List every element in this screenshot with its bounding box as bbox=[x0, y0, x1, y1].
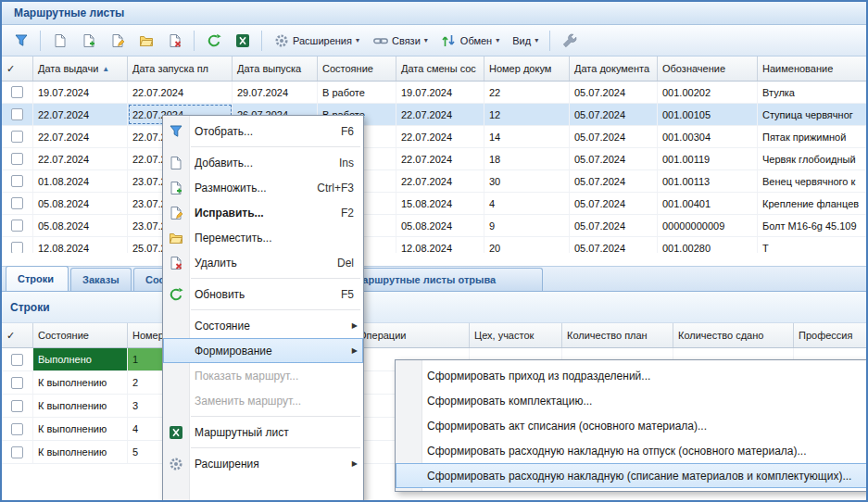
toolbar-duplicate-button[interactable] bbox=[75, 29, 102, 53]
table-row[interactable]: 19.07.202422.07.202429.07.2024В работе19… bbox=[2, 82, 866, 104]
menu-item-label: Переместить... bbox=[195, 232, 272, 245]
column-header[interactable]: Дата документа bbox=[570, 56, 658, 81]
column-header[interactable]: Дата смены сос bbox=[396, 56, 484, 81]
row-checkbox-cell[interactable] bbox=[2, 395, 33, 417]
table-row[interactable]: 05.08.202423.07.202405.08.2024905.07.202… bbox=[2, 215, 866, 237]
toolbar-button-label: Обмен bbox=[460, 35, 492, 46]
checkbox[interactable] bbox=[11, 400, 23, 412]
row-checkbox-cell[interactable] bbox=[2, 237, 33, 253]
toolbar-extensions-button[interactable]: Расширения▾ bbox=[268, 29, 365, 53]
row-checkbox-cell[interactable] bbox=[2, 348, 33, 370]
row-checkbox-cell[interactable] bbox=[2, 215, 33, 236]
column-header[interactable]: Дата выдачи▲ bbox=[33, 56, 128, 81]
submenu-item[interactable]: Сформировать расходную накладную на отпу… bbox=[396, 438, 867, 463]
table-row[interactable]: 22.07.202422.07.202426.07.2024В работе22… bbox=[2, 104, 866, 126]
context-menu-item[interactable]: Переместить... bbox=[163, 225, 363, 250]
table-cell: 22.07.2024 bbox=[33, 104, 128, 125]
checkbox[interactable] bbox=[11, 131, 23, 143]
checkbox[interactable] bbox=[11, 197, 23, 209]
grid-body: 19.07.202422.07.202429.07.2024В работе19… bbox=[2, 82, 866, 253]
checkbox[interactable] bbox=[11, 220, 23, 232]
row-checkbox-cell[interactable] bbox=[2, 126, 33, 147]
window: Маршрутные листы Расширения▾Связи▾Обмен▾… bbox=[0, 0, 868, 502]
submenu-item[interactable]: Сформировать приход из подразделений... bbox=[396, 363, 867, 388]
row-checkbox-cell[interactable] bbox=[2, 104, 33, 125]
checkbox[interactable] bbox=[11, 153, 23, 165]
row-checkbox-cell[interactable] bbox=[2, 441, 33, 463]
context-menu-item[interactable]: Маршрутный лист bbox=[163, 420, 363, 445]
toolbar-edit-button[interactable] bbox=[104, 29, 131, 53]
toolbar-filter-button[interactable] bbox=[7, 29, 34, 53]
context-menu-item[interactable]: Добавить...Ins bbox=[163, 150, 363, 175]
table-cell: 22.07.2024 bbox=[33, 126, 128, 147]
column-header[interactable]: Количество сдано bbox=[673, 323, 794, 347]
context-menu-item[interactable]: Формирование▶ bbox=[163, 338, 363, 363]
column-header[interactable]: Состояние bbox=[33, 323, 128, 347]
submenu-item[interactable]: Сформировать комплектацию... bbox=[396, 388, 867, 413]
column-header[interactable]: Дата выпуска bbox=[233, 56, 318, 81]
submenu-item[interactable]: Сформировать акт списания (основного мат… bbox=[396, 413, 867, 438]
tab-label: Маршрутные листы отрыва bbox=[354, 274, 496, 285]
table-row[interactable]: 12.08.202425.07.202412.08.20242005.07.20… bbox=[2, 237, 866, 253]
row-checkbox-cell[interactable] bbox=[2, 148, 33, 169]
toolbar-links-button[interactable]: Связи▾ bbox=[367, 29, 434, 53]
table-row[interactable]: 22.07.202422.07.202422.07.20241805.07.20… bbox=[2, 148, 866, 170]
table-row[interactable]: 01.08.202423.07.202422.07.20243005.07.20… bbox=[2, 170, 866, 193]
column-header[interactable]: Операции bbox=[354, 323, 470, 347]
context-menu-item[interactable]: УдалитьDel bbox=[163, 250, 363, 275]
column-header[interactable]: ✓ bbox=[2, 56, 33, 81]
column-header[interactable]: Наименование bbox=[758, 56, 868, 81]
tab-1[interactable]: Строки bbox=[6, 266, 69, 291]
chevron-down-icon: ▾ bbox=[424, 37, 428, 44]
row-checkbox-cell[interactable] bbox=[2, 371, 33, 394]
column-header[interactable]: Дата запуска пл bbox=[128, 56, 233, 81]
table-row[interactable]: 22.07.202422.07.202422.07.20241405.07.20… bbox=[2, 126, 866, 148]
checkbox[interactable] bbox=[11, 377, 23, 389]
tab-4[interactable]: Маршрутные листы отрыва bbox=[342, 268, 543, 291]
column-header[interactable]: ✓ bbox=[2, 323, 33, 347]
tab-2[interactable]: Заказы bbox=[70, 268, 132, 291]
column-header[interactable]: Обозначение bbox=[658, 56, 758, 81]
context-menu-item[interactable]: Расширения▶ bbox=[163, 451, 363, 476]
checkbox[interactable] bbox=[11, 446, 23, 458]
context-menu-item[interactable]: Размножить...Ctrl+F3 bbox=[163, 175, 363, 200]
checkbox[interactable] bbox=[11, 175, 23, 187]
toolbar-move-button[interactable] bbox=[132, 29, 159, 53]
table-row[interactable]: 05.08.202423.07.202415.08.2024405.07.202… bbox=[2, 193, 866, 215]
menu-shortcut: Del bbox=[324, 257, 354, 270]
row-checkbox-cell[interactable] bbox=[2, 82, 33, 103]
toolbar-excel-button[interactable] bbox=[229, 29, 256, 53]
menu-item-label: Удалить bbox=[195, 257, 237, 270]
table-cell: 05.07.2024 bbox=[570, 170, 658, 192]
context-menu-item[interactable]: Отобрать...F6 bbox=[163, 119, 363, 144]
toolbar-delete-button[interactable] bbox=[161, 29, 188, 53]
context-menu-item[interactable]: Исправить...F2 bbox=[163, 200, 363, 225]
row-checkbox-cell[interactable] bbox=[2, 170, 33, 192]
context-menu-item[interactable]: ОбновитьF5 bbox=[163, 282, 363, 307]
edit-doc-icon bbox=[168, 205, 183, 220]
column-header-label: Номер докум bbox=[489, 63, 551, 74]
context-menu-item[interactable]: Состояние▶ bbox=[163, 313, 363, 338]
column-header[interactable]: Номер докум bbox=[484, 56, 570, 81]
checkbox[interactable] bbox=[11, 86, 23, 98]
column-header[interactable]: Количество план bbox=[562, 323, 673, 347]
refresh-icon bbox=[168, 286, 183, 302]
checkbox[interactable] bbox=[11, 354, 23, 366]
toolbar-add-button[interactable] bbox=[46, 29, 73, 53]
menu-item-label: Формирование bbox=[195, 345, 272, 358]
checkbox[interactable] bbox=[11, 108, 23, 120]
toolbar-settings-button[interactable] bbox=[556, 29, 583, 53]
checkbox[interactable] bbox=[11, 423, 23, 435]
column-header[interactable]: Цех, участок bbox=[470, 323, 562, 347]
table-cell: 05.07.2024 bbox=[570, 126, 658, 147]
column-header[interactable]: Профессия bbox=[794, 323, 868, 347]
row-checkbox-cell[interactable] bbox=[2, 418, 33, 440]
checkbox[interactable] bbox=[11, 242, 23, 253]
table-cell: К выполнению bbox=[33, 371, 128, 394]
column-header[interactable]: Состояние bbox=[318, 56, 396, 81]
toolbar-refresh-button[interactable] bbox=[200, 29, 227, 53]
toolbar-view-button[interactable]: Вид▾ bbox=[507, 29, 544, 53]
row-checkbox-cell[interactable] bbox=[2, 193, 33, 214]
submenu-item[interactable]: Сформировать расходную накладную (списан… bbox=[396, 463, 867, 488]
toolbar-exchange-button[interactable]: Обмен▾ bbox=[435, 29, 505, 53]
